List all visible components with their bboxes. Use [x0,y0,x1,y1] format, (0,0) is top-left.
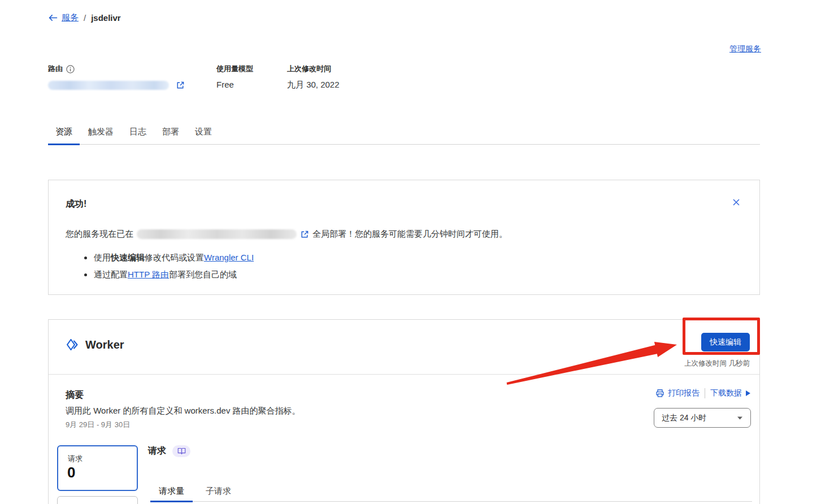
docs-book-icon[interactable] [172,445,190,457]
tab-deployments[interactable]: 部署 [155,120,186,145]
http-routes-link[interactable]: HTTP 路由 [128,268,169,281]
wrangler-cli-link[interactable]: Wrangler CLI [204,251,254,264]
bullet-quick-edit: 使用快速编辑修改代码或设置 Wrangler CLI [84,251,254,264]
bullet1-prefix: 使用 [94,251,111,264]
bullet2-suffix: 部署到您自己的域 [169,268,237,281]
report-actions: 打印报告 下载数据 [655,388,751,398]
external-link-icon[interactable] [176,81,185,90]
usage-model-value: Free [216,80,253,89]
second-metric-card[interactable] [57,496,138,504]
summary-date-range: 9月 29日 - 9月 30日 [66,420,130,430]
breadcrumb: 服务 / jsdelivr [48,12,121,23]
worker-title: Worker [85,338,124,351]
route-label-row: 路由 [48,64,185,74]
usage-model-meta: 使用量模型 Free [216,64,253,89]
bullet-dot [84,257,87,259]
last-modified-meta: 上次修改时间 九月 30, 2022 [287,64,340,90]
route-url-redacted [48,81,169,90]
chevron-down-icon [737,416,743,420]
requests-heading: 请求 [148,445,166,457]
route-value-row [48,80,185,90]
banner-bullet-list: 使用快速编辑修改代码或设置 Wrangler CLI 通过配置 HTTP 路由部… [84,251,254,285]
requests-subtabs: 请求量 子请求 [150,482,752,502]
worker-last-modified: 上次修改时间 几秒前 [684,359,750,368]
service-tabs: 资源 触发器 日志 部署 设置 [48,120,760,145]
manage-service-link[interactable]: 管理服务 [729,44,761,54]
last-modified-label: 上次修改时间 [287,64,331,74]
bullet-http-route: 通过配置 HTTP 路由部署到您自己的域 [84,268,254,281]
usage-model-label: 使用量模型 [216,64,253,74]
tab-triggers[interactable]: 触发器 [81,120,121,145]
worker-title-row: Worker [66,338,124,351]
printer-icon [655,389,664,398]
worker-card: Worker 快速编辑 上次修改时间 几秒前 摘要 调用此 Worker 的所有… [48,319,760,504]
download-data-link[interactable]: 下载数据 [710,388,751,398]
banner-message-suffix: 全局部署！您的服务可能需要几分钟时间才可使用。 [312,229,507,240]
workers-service-page: 服务 / jsdelivr 管理服务 路由 使用量模型 Free 上次修改时间 … [0,0,821,504]
print-report-link[interactable]: 打印报告 [655,388,700,398]
worker-header: Worker 快速编辑 上次修改时间 几秒前 [49,320,759,375]
requests-metric-card[interactable]: 请求 0 [57,445,138,491]
info-icon[interactable] [66,65,75,73]
banner-message: 您的服务现在已在 全局部署！您的服务可能需要几分钟时间才可使用。 [66,229,507,240]
workers-logo-icon [66,338,79,351]
last-modified-value: 九月 30, 2022 [287,80,340,90]
banner-title: 成功! [66,198,86,210]
close-icon[interactable] [731,197,741,207]
breadcrumb-separator: / [84,13,86,23]
summary-description: 调用此 Worker 的所有自定义和 workers.dev 路由的聚合指标。 [66,406,301,416]
route-label: 路由 [48,64,63,74]
quick-edit-button[interactable]: 快速编辑 [701,333,750,351]
subtab-request-volume[interactable]: 请求量 [150,482,193,502]
breadcrumb-current-service: jsdelivr [91,13,121,23]
external-link-icon[interactable] [300,230,309,239]
requests-metric-value: 0 [67,464,75,481]
bullet1-bold: 快速编辑 [111,251,145,264]
deployed-url-redacted [137,229,297,239]
bullet2-prefix: 通过配置 [94,268,128,281]
tab-resources[interactable]: 资源 [48,120,80,145]
subtab-subrequests[interactable]: 子请求 [197,482,240,502]
requests-chart-heading: 请求 [148,445,190,457]
divider [705,388,705,398]
bullet1-mid: 修改代码或设置 [145,251,204,264]
caret-right-icon [745,390,751,397]
banner-message-prefix: 您的服务现在已在 [66,229,133,240]
breadcrumb-services-link[interactable]: 服务 [62,12,79,23]
route-meta: 路由 [48,64,185,90]
time-range-value: 过去 24 小时 [662,413,706,423]
requests-metric-label: 请求 [68,454,82,464]
bullet-dot [84,273,87,276]
success-banner: 成功! 您的服务现在已在 全局部署！您的服务可能需要几分钟时间才可使用。 使用快… [48,180,760,295]
time-range-select[interactable]: 过去 24 小时 [654,408,751,428]
summary-title: 摘要 [66,389,84,401]
tab-settings[interactable]: 设置 [188,120,219,145]
tab-logs[interactable]: 日志 [122,120,154,145]
back-arrow-icon[interactable] [48,14,58,22]
